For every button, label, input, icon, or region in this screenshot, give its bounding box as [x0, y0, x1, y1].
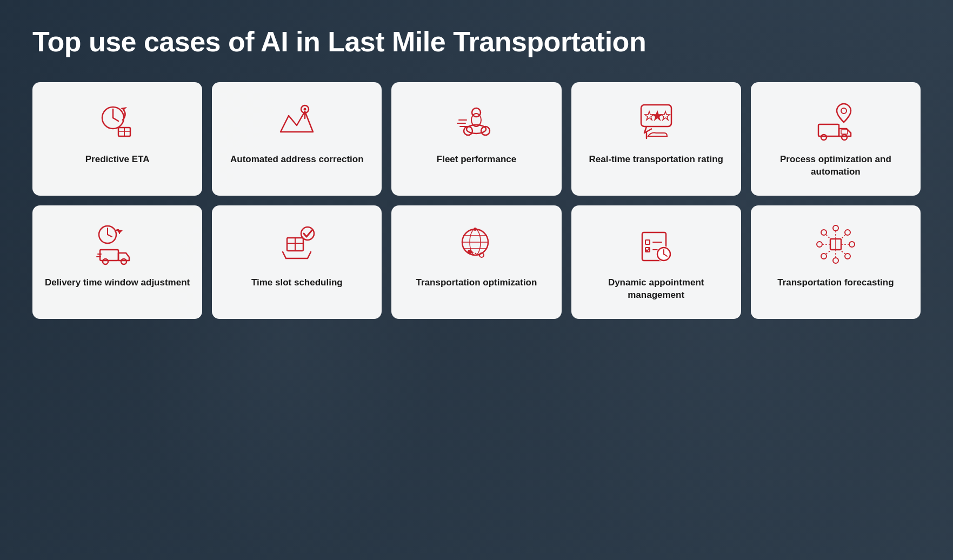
svg-marker-20 — [653, 111, 662, 120]
svg-point-75 — [845, 254, 850, 259]
svg-point-73 — [821, 254, 827, 259]
rating-stars-icon — [635, 99, 678, 143]
card-time-slot-scheduling-label: Time slot scheduling — [251, 277, 343, 289]
svg-point-67 — [821, 230, 827, 235]
card-transportation-optimization-label: Transportation optimization — [416, 277, 537, 289]
svg-point-26 — [842, 135, 847, 140]
card-predictive-eta: Predictive ETA — [32, 82, 202, 196]
svg-point-71 — [833, 258, 838, 263]
svg-marker-31 — [116, 230, 123, 234]
truck-clock-icon — [96, 223, 139, 266]
card-transportation-forecasting-label: Transportation forecasting — [777, 277, 894, 289]
card-predictive-eta-label: Predictive ETA — [85, 154, 150, 166]
card-transportation-optimization: Transportation optimization — [391, 205, 561, 319]
card-delivery-time-window: Delivery time window adjustment — [32, 205, 202, 319]
delivery-bike-icon — [455, 99, 498, 143]
svg-point-33 — [103, 259, 108, 264]
card-automated-address-correction: Automated address correction — [212, 82, 382, 196]
card-dynamic-appointment: Dynamic appointment management — [571, 205, 741, 319]
svg-point-46 — [468, 250, 472, 254]
card-real-time-rating-label: Real-time transportation rating — [589, 154, 723, 166]
svg-marker-21 — [661, 111, 670, 120]
svg-rect-32 — [100, 250, 118, 261]
svg-point-34 — [121, 259, 126, 264]
card-dynamic-appointment-label: Dynamic appointment management — [582, 277, 730, 302]
svg-rect-24 — [818, 124, 839, 136]
svg-line-76 — [841, 251, 845, 254]
svg-rect-27 — [841, 130, 848, 134]
map-pin-icon — [275, 99, 318, 143]
hand-checkmark-icon — [275, 223, 318, 266]
card-real-time-rating: Real-time transportation rating — [571, 82, 741, 196]
svg-point-69 — [845, 230, 850, 235]
cards-grid: Predictive ETA Automated address correct… — [32, 82, 921, 319]
clock-delivery-icon — [96, 99, 139, 143]
svg-line-68 — [826, 235, 830, 239]
svg-line-74 — [826, 251, 830, 254]
main-content: Top use cases of AI in Last Mile Transpo… — [0, 0, 953, 341]
svg-point-63 — [817, 242, 822, 247]
svg-line-70 — [841, 235, 845, 239]
globe-route-icon — [455, 223, 498, 266]
svg-point-49 — [474, 228, 477, 231]
truck-location-icon — [814, 99, 857, 143]
card-fleet-performance-label: Fleet performance — [437, 154, 516, 166]
package-network-icon — [814, 223, 857, 266]
svg-point-25 — [821, 135, 827, 140]
card-delivery-time-window-label: Delivery time window adjustment — [45, 277, 190, 289]
card-automated-address-label: Automated address correction — [230, 154, 364, 166]
svg-point-8 — [304, 108, 306, 110]
svg-marker-19 — [645, 111, 654, 120]
svg-line-30 — [108, 235, 112, 237]
card-transportation-forecasting: Transportation forecasting — [751, 205, 921, 319]
svg-point-23 — [841, 108, 847, 114]
svg-point-14 — [472, 108, 481, 117]
page-title: Top use cases of AI in Last Mile Transpo… — [32, 26, 921, 58]
card-time-slot-scheduling: Time slot scheduling — [212, 205, 382, 319]
svg-marker-3 — [121, 107, 127, 110]
svg-rect-51 — [645, 240, 650, 244]
svg-point-61 — [833, 225, 838, 231]
svg-line-2 — [113, 118, 118, 121]
card-fleet-performance: Fleet performance — [391, 82, 561, 196]
document-clock-icon — [635, 223, 678, 266]
card-process-optimization-label: Process optimization and automation — [762, 154, 910, 178]
card-process-optimization: Process optimization and automation — [751, 82, 921, 196]
svg-point-65 — [849, 242, 855, 247]
